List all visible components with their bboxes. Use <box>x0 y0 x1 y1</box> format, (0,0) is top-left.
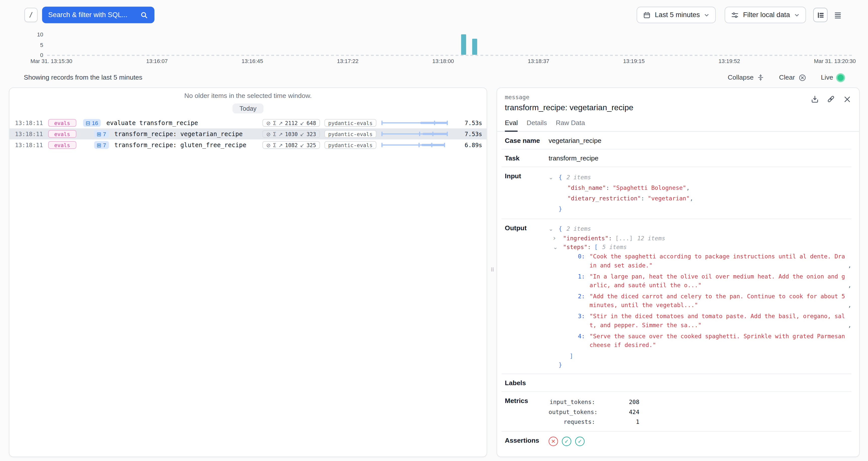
tokens-sent-icon: ↗ <box>278 142 283 148</box>
assertion-pass-icon[interactable]: ✓ <box>575 437 584 446</box>
chevron-down-icon <box>794 12 800 18</box>
app-window: / Search & filter with SQL... Last 5 min… <box>0 0 868 461</box>
array-index: 4: <box>578 332 589 349</box>
tab-eval[interactable]: Eval <box>505 119 518 132</box>
json-key: "dish_name" <box>567 184 606 191</box>
archive-icon[interactable] <box>810 95 819 103</box>
filter-local-data-dropdown[interactable]: Filter local data <box>725 6 806 23</box>
histogram-bar-2[interactable] <box>472 39 477 55</box>
histogram-bar-1[interactable] <box>461 34 466 55</box>
json-brace: { <box>559 174 562 180</box>
trace-rows: 13:18:11 evals ⊟ 16 evaluate transform_r… <box>9 117 487 150</box>
table-row-selected[interactable]: 13:18:11 evals ⊞ 7 transform_recipe: veg… <box>9 128 487 140</box>
slash-shortcut-key: / <box>24 8 38 22</box>
json-string-value: "In a large pan, heat the olive oil over… <box>589 272 847 289</box>
span-count-badge[interactable]: ⊞ 7 <box>94 130 109 138</box>
x-axis-labels: Mar 31. 13:15:30 13:16:07 13:16:45 13:17… <box>30 58 856 64</box>
x-tick: Mar 31. 13:20:30 <box>814 58 856 64</box>
token-stats-pill: ⊘ Σ ↗ 1030 ↙ 323 <box>262 130 320 138</box>
detail-tabs: Eval Details Raw Data <box>497 119 859 132</box>
live-toggle[interactable]: Live <box>821 73 845 82</box>
expand-box-icon: ⊞ <box>97 131 101 137</box>
json-comma: , <box>848 280 851 289</box>
collapsed-array[interactable]: [...] <box>615 235 633 241</box>
service-tag-badge: pydantic-evals <box>324 119 376 127</box>
x-tick: 13:16:45 <box>242 58 263 64</box>
json-string-value: "Cook the spaghetti according to package… <box>589 252 847 270</box>
collapse-caret-icon[interactable]: ⌄ <box>549 172 559 183</box>
array-index: 3: <box>578 312 589 330</box>
json-item-count: 5 items <box>602 244 627 250</box>
json-item-count: 2 items <box>566 174 591 180</box>
tokens-received-icon: ↙ <box>300 120 304 126</box>
json-item-count: 12 items <box>637 235 665 241</box>
step-item: 3: "Stir in the diced tomatoes and tomat… <box>549 312 851 330</box>
row-duration: 6.89s <box>453 142 482 148</box>
detail-panel: message transform_recipe: vegetarian_rec… <box>497 87 860 457</box>
assertion-results: ✕ ✓ ✓ <box>549 437 851 446</box>
json-bracket: ] <box>569 352 573 359</box>
collapse-caret-icon[interactable]: ⌄ <box>549 225 559 234</box>
tab-details[interactable]: Details <box>527 119 547 132</box>
json-string-value: "Spaghetti Bolognese" <box>613 184 686 191</box>
clear-button[interactable]: Clear <box>779 73 807 82</box>
status-bar: Showing records from the last 5 minutes … <box>0 70 868 85</box>
environment-badge: evals <box>48 119 76 127</box>
metric-entry: output_tokens: 424 <box>549 407 851 417</box>
json-string-value: "Stir in the diced tomatoes and tomato p… <box>589 312 847 330</box>
search-button[interactable]: Search & filter with SQL... <box>42 6 154 23</box>
close-icon[interactable] <box>843 95 851 103</box>
span-count-badge[interactable]: ⊞ 7 <box>94 141 109 149</box>
json-colon: : <box>609 235 612 241</box>
span-name: transform_recipe: gluten_free_recipe <box>114 141 246 149</box>
filter-sliders-icon <box>731 11 739 19</box>
collapse-button[interactable]: Collapse <box>727 73 765 81</box>
list-view-toggle-icon[interactable] <box>830 8 845 22</box>
span-count: 7 <box>103 131 106 137</box>
json-string-value: "Serve the sauce over the cooked spaghet… <box>589 332 851 349</box>
table-row[interactable]: 13:18:11 evals ⊟ 16 evaluate transform_r… <box>9 117 487 128</box>
slash-circle-icon: ⊘ <box>266 120 271 126</box>
table-row[interactable]: 13:18:11 evals ⊞ 7 transform_recipe: glu… <box>9 140 487 150</box>
service-tag-badge: pydantic-evals <box>324 141 376 149</box>
input-label: Input <box>502 172 549 214</box>
metric-name: requests: <box>549 417 595 427</box>
expand-box-icon: ⊞ <box>97 142 101 148</box>
step-item: 1: "In a large pan, heat the olive oil o… <box>549 272 851 289</box>
time-range-dropdown[interactable]: Last 5 minutes <box>637 6 716 23</box>
json-string-value: "vegetarian" <box>648 195 690 202</box>
slash-circle-icon: ⊘ <box>266 142 271 148</box>
clear-circle-x-icon <box>798 73 806 82</box>
case-name-label: Case name <box>502 136 549 144</box>
tokens-sent-value: 1030 <box>285 131 298 137</box>
chart-baseline <box>47 55 854 56</box>
assertion-fail-icon[interactable]: ✕ <box>549 437 558 446</box>
span-timeline-bar <box>381 130 448 137</box>
output-json-viewer: ⌄{2 items ›"ingredients":[...]12 items ⌄… <box>549 224 851 369</box>
json-item-count: 2 items <box>566 225 591 232</box>
expand-caret-icon[interactable]: › <box>553 234 563 242</box>
service-tag-badge: pydantic-evals <box>324 130 376 138</box>
assertion-pass-icon[interactable]: ✓ <box>562 437 571 446</box>
output-label: Output <box>502 224 549 369</box>
tree-view-toggle-icon[interactable] <box>813 8 828 22</box>
filter-local-data-label: Filter local data <box>743 11 790 19</box>
environment-badge: evals <box>48 141 76 149</box>
link-icon[interactable] <box>827 95 835 103</box>
tokens-sent-value: 2112 <box>285 120 298 126</box>
collapse-caret-icon[interactable]: ⌄ <box>553 243 563 252</box>
json-colon: : <box>641 195 645 202</box>
clear-label: Clear <box>779 73 795 81</box>
span-count-badge[interactable]: ⊟ 16 <box>83 119 101 127</box>
task-row: Task transform_recipe <box>502 149 851 167</box>
step-item: 4: "Serve the sauce over the cooked spag… <box>549 332 851 349</box>
json-comma: , <box>686 184 690 191</box>
tab-raw-data[interactable]: Raw Data <box>556 119 585 132</box>
case-name-value: vegetarian_recipe <box>549 136 851 144</box>
metric-value: 424 <box>595 407 639 417</box>
panel-resize-handle[interactable]: ⠿ <box>489 266 494 274</box>
metric-value: 208 <box>595 397 639 407</box>
row-duration: 7.53s <box>453 120 482 126</box>
tokens-sent-value: 1082 <box>285 142 298 148</box>
live-label: Live <box>821 73 833 81</box>
